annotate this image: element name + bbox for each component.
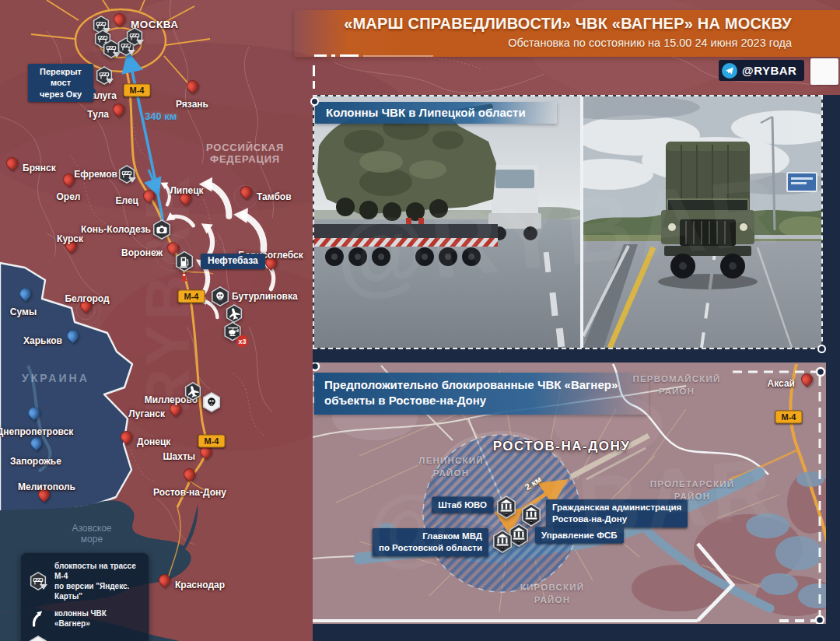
bridge-note: Перекрыт мост через Оку bbox=[28, 64, 93, 102]
photo-divider bbox=[580, 96, 583, 348]
rostov-inset-map: РОСТОВ-НА-ДОНУ 2 км ЛЕНИНСКИЙ РАЙОНПЕРВО… bbox=[313, 363, 826, 624]
city-label: Тамбов bbox=[257, 191, 292, 202]
city-label: Ростов-на-Дону bbox=[153, 487, 226, 498]
wagner-skull-icon bbox=[202, 392, 221, 412]
camera-icon bbox=[152, 219, 171, 240]
legend-label: колонны ЧВК «Вагнер» bbox=[54, 608, 142, 629]
country-label: РОССИЙСКАЯ ФЕДЕРАЦИЯ bbox=[187, 142, 303, 165]
checkpoint-icon bbox=[126, 27, 143, 46]
checkpoint-icon bbox=[118, 165, 135, 184]
city-pin-red bbox=[184, 78, 200, 94]
photo-panel-title: Колонны ЧВК в Липецкой области bbox=[315, 102, 557, 124]
government-building-icon bbox=[496, 496, 516, 519]
rybar-badge-label: @RYBAR bbox=[742, 64, 796, 77]
blocked-object-label: Управление ФСБ bbox=[535, 527, 624, 544]
city-label: Донецк bbox=[137, 436, 170, 447]
city-pin-red bbox=[237, 184, 254, 200]
infographic-poster: @RYBAR @RYBAR RYBAR МОСКВАКалугаТулаРяза… bbox=[0, 0, 840, 641]
city-label: Аксай bbox=[768, 378, 795, 389]
city-pin-red bbox=[110, 11, 127, 27]
city-label: Тула bbox=[87, 109, 109, 120]
airplane-icon bbox=[226, 304, 243, 323]
blocked-object-label: Гражданская администрация Ростова-на-Дон… bbox=[546, 499, 688, 527]
legend-label: блокпосты на трассе М-4 по версии "Яндек… bbox=[54, 561, 142, 601]
decorative-dash bbox=[313, 81, 315, 89]
fuel-pump-icon bbox=[179, 271, 191, 282]
road-badge-m4: М-4 bbox=[178, 290, 205, 303]
corner-mark bbox=[310, 97, 319, 106]
city-pin-red bbox=[110, 101, 126, 117]
corner-mark bbox=[817, 345, 826, 353]
corner-square bbox=[810, 58, 838, 85]
road-badge-m4: М-4 bbox=[124, 84, 151, 97]
map-legend: блокпосты на трассе М-4 по версии "Яндек… bbox=[20, 552, 149, 641]
city-label: Белгород bbox=[65, 293, 109, 304]
city-label: Орел bbox=[57, 191, 81, 202]
blocked-object-label: Главком МВД по Ростовской области bbox=[373, 528, 488, 556]
checkpoint-icon bbox=[30, 572, 47, 590]
city-pin-red bbox=[117, 429, 134, 445]
city-label: Липецк bbox=[170, 185, 203, 196]
city-pin-red bbox=[156, 572, 172, 588]
oil-depot-icon bbox=[175, 251, 194, 272]
decorative-dash bbox=[313, 65, 315, 76]
city-label: Елец bbox=[115, 195, 138, 206]
city-label: Шахты bbox=[163, 451, 195, 462]
district-label: КИРОВСКИЙ РАЙОН bbox=[520, 582, 584, 606]
legend-item: блокпосты на трассе М-4 по версии "Яндек… bbox=[28, 561, 142, 601]
photo-panel: Колонны ЧВК в Липецкой области bbox=[313, 95, 823, 349]
city-label: Сумы bbox=[10, 306, 37, 317]
wagner-skull-icon bbox=[29, 636, 47, 641]
city-label: Курск bbox=[57, 233, 83, 244]
city-label: Мелитополь bbox=[18, 482, 75, 492]
inset-panel-title: Предположительно блокированные ЧВК «Вагн… bbox=[314, 373, 649, 415]
city-label: Луганск bbox=[128, 408, 165, 419]
inset-city-label: РОСТОВ-НА-ДОНУ bbox=[493, 439, 631, 454]
city-pin-red bbox=[180, 466, 197, 482]
sea-label: Азовское море bbox=[54, 523, 129, 545]
city-label: Ефремов bbox=[74, 169, 117, 180]
decorative-dash bbox=[340, 54, 359, 57]
road-badge-m4: М-4 bbox=[775, 411, 803, 424]
telegram-icon bbox=[722, 63, 737, 79]
photo-wagner-column-flatbed bbox=[314, 96, 580, 348]
oil-depot-label: Нефтебаза bbox=[201, 254, 265, 269]
distance-label: 340 км bbox=[145, 110, 177, 122]
city-label: Харьков bbox=[23, 335, 62, 346]
city-pin-red bbox=[799, 371, 815, 387]
city-pin-blue bbox=[16, 285, 33, 302]
city-pin-blue bbox=[25, 405, 41, 421]
city-label: Конь-Колодезь bbox=[81, 224, 151, 235]
city-pin-red bbox=[3, 155, 19, 171]
checkpoint-icon bbox=[96, 66, 113, 85]
city-label: Рязань bbox=[176, 99, 208, 110]
decorative-dash bbox=[363, 55, 433, 57]
district-label: ЛЕНИНСКИЙ РАЙОН bbox=[418, 455, 483, 479]
wagner-skull-icon bbox=[28, 636, 48, 641]
city-label: Днепропетровск bbox=[0, 426, 73, 437]
legend-item: колонны ЧВК «Вагнер» bbox=[28, 608, 142, 629]
city-pin-red bbox=[140, 187, 156, 204]
city-pin-blue bbox=[27, 435, 44, 451]
column-arrow-icon bbox=[28, 608, 48, 629]
legend-item: отряды ЧВК «Вагнер» bbox=[28, 636, 142, 641]
poster-subtitle: Обстановка по состоянию на 15.00 24 июня… bbox=[508, 37, 792, 49]
photo-military-truck-highway bbox=[583, 96, 821, 348]
rybar-badge[interactable]: @RYBAR bbox=[719, 60, 804, 81]
district-label: ПЕРВОМАЙСКИЙ РАЙОН bbox=[633, 373, 721, 398]
ukraine-label: УКРАИНА bbox=[22, 372, 89, 384]
city-label: Бутурлиновка bbox=[232, 291, 298, 302]
city-label: Брянск bbox=[23, 163, 56, 173]
city-label: Воронеж bbox=[121, 247, 163, 258]
city-pin-blue bbox=[64, 328, 80, 344]
blocked-object-label: Штаб ЮВО bbox=[432, 497, 493, 513]
poster-title: «МАРШ СПРАВЕДЛИВОСТИ» ЧВК «ВАГНЕР» НА МО… bbox=[344, 15, 792, 33]
multiplier-badge: х3 bbox=[236, 335, 248, 347]
decorative-dash bbox=[314, 54, 327, 57]
city-label: Запорожье bbox=[10, 456, 61, 467]
city-label: Краснодар bbox=[175, 580, 225, 590]
airplane-icon bbox=[184, 382, 201, 401]
road-badge-m4: М-4 bbox=[198, 435, 226, 448]
checkpoint-icon bbox=[28, 571, 48, 591]
decorative-dash bbox=[331, 54, 335, 57]
